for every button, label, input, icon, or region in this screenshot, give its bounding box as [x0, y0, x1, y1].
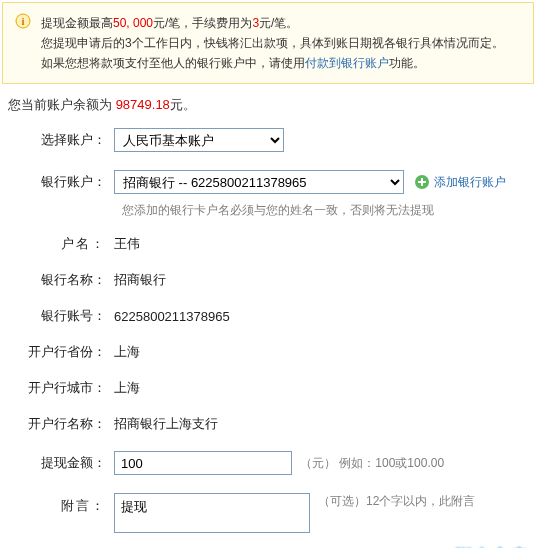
- svg-text:i: i: [21, 15, 24, 27]
- add-icon: [414, 174, 430, 190]
- notice-line-2: 您提现申请后的3个工作日内，快钱将汇出款项，具体到账日期视各银行具体情况而定。: [41, 33, 521, 53]
- amount-hint: （元） 例如：100或100.00: [300, 455, 444, 472]
- amount-input[interactable]: [114, 451, 292, 475]
- value-city: 上海: [114, 379, 140, 397]
- label-message: 附言：: [8, 493, 114, 515]
- hint-bank-name-match: 您添加的银行卡户名必须与您的姓名一致，否则将无法提现: [122, 202, 528, 219]
- value-owner-name: 王伟: [114, 235, 140, 253]
- notice-line-1: 提现金额最高50, 000元/笔，手续费用为3元/笔。: [41, 13, 521, 33]
- label-branch: 开户行名称：: [8, 415, 114, 433]
- select-bank-account[interactable]: 招商银行 -- 6225800211378965: [114, 170, 404, 194]
- value-bank-name: 招商银行: [114, 271, 166, 289]
- select-account[interactable]: 人民币基本账户: [114, 128, 284, 152]
- notice-box: i 提现金额最高50, 000元/笔，手续费用为3元/笔。 您提现申请后的3个工…: [2, 2, 534, 84]
- value-branch: 招商银行上海支行: [114, 415, 218, 433]
- notice-line-3: 如果您想将款项支付至他人的银行账户中，请使用付款到银行账户功能。: [41, 53, 521, 73]
- pay-to-bank-link[interactable]: 付款到银行账户: [305, 56, 389, 70]
- label-select-account: 选择账户：: [8, 131, 114, 149]
- value-bank-no: 6225800211378965: [114, 309, 230, 324]
- value-province: 上海: [114, 343, 140, 361]
- label-owner-name: 户名：: [8, 235, 114, 253]
- label-amount: 提现金额：: [8, 454, 114, 472]
- label-city: 开户行城市：: [8, 379, 114, 397]
- withdraw-form: 选择账户： 人民币基本账户 银行账户： 招商银行 -- 622580021137…: [8, 128, 528, 533]
- message-hint: （可选）12个字以内，此附言: [318, 493, 475, 510]
- label-bank-name: 银行名称：: [8, 271, 114, 289]
- label-bank-account: 银行账户：: [8, 173, 114, 191]
- balance-line: 您当前账户余额为 98749.18元。: [8, 96, 528, 114]
- message-input[interactable]: 提现: [114, 493, 310, 533]
- add-bank-account-link[interactable]: 添加银行账户: [414, 174, 506, 191]
- label-bank-no: 银行账号：: [8, 307, 114, 325]
- label-province: 开户行省份：: [8, 343, 114, 361]
- balance-amount: 98749.18: [116, 97, 170, 112]
- info-icon: i: [15, 13, 31, 29]
